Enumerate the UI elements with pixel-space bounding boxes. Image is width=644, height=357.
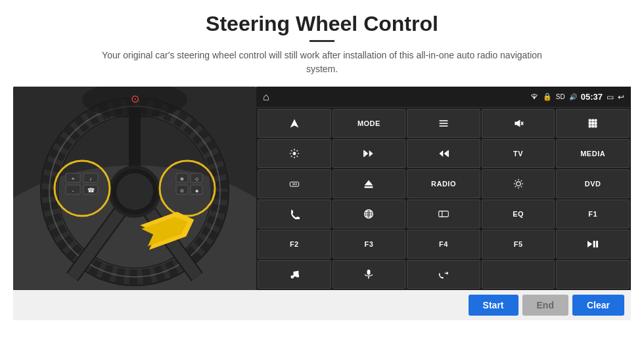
svg-rect-52 xyxy=(591,125,594,127)
svg-text:☎: ☎ xyxy=(87,187,95,194)
btn-radio[interactable]: RADIO xyxy=(407,169,480,198)
btn-empty1 xyxy=(482,260,555,289)
svg-rect-49 xyxy=(591,122,594,125)
svg-rect-51 xyxy=(589,125,591,127)
btn-brightness[interactable] xyxy=(482,169,555,198)
status-right: 🔒 SD 🔊 05:37 ▭ ↩ xyxy=(530,92,624,102)
time-display: 05:37 xyxy=(581,92,603,102)
svg-marker-58 xyxy=(444,150,448,157)
svg-rect-86 xyxy=(367,270,371,275)
svg-rect-40 xyxy=(440,123,448,124)
svg-line-72 xyxy=(520,180,521,181)
btn-empty2 xyxy=(556,260,630,289)
svg-point-37 xyxy=(534,98,535,100)
btn-eq[interactable]: EQ xyxy=(482,200,555,228)
btn-apps[interactable] xyxy=(556,109,630,138)
svg-rect-39 xyxy=(440,120,448,121)
steering-wheel-image: + - ♪ ☎ ⊕ ◇ ⊙ ◈ xyxy=(13,87,256,290)
svg-text:⊙: ⊙ xyxy=(180,188,184,193)
btn-prev[interactable] xyxy=(333,139,406,168)
svg-rect-50 xyxy=(595,122,597,125)
btn-media[interactable]: MEDIA xyxy=(556,139,630,168)
btn-music[interactable] xyxy=(258,260,331,289)
content-row: + - ♪ ☎ ⊕ ◇ ⊙ ◈ xyxy=(13,87,631,290)
btn-phone[interactable] xyxy=(258,200,331,228)
bt-icon: 🔊 xyxy=(569,93,577,100)
btn-mode[interactable]: MODE xyxy=(333,109,406,138)
btn-tv[interactable]: TV xyxy=(482,139,555,168)
svg-point-84 xyxy=(290,276,294,279)
btn-f4[interactable]: F4 xyxy=(407,230,480,259)
svg-text:+: + xyxy=(72,176,75,182)
svg-rect-83 xyxy=(596,241,598,247)
svg-point-14 xyxy=(116,173,153,210)
btn-dvd[interactable]: DVD xyxy=(556,169,630,198)
status-bar: ⌂ 🔒 SD 🔊 05:37 ▭ ↩ xyxy=(256,87,631,108)
svg-rect-47 xyxy=(595,119,597,122)
btn-next[interactable] xyxy=(407,139,480,168)
svg-text:⊕: ⊕ xyxy=(180,177,184,181)
end-button[interactable]: End xyxy=(522,295,568,316)
svg-rect-46 xyxy=(591,119,594,122)
btn-f1[interactable]: F1 xyxy=(556,200,630,228)
btn-settings[interactable] xyxy=(258,139,331,168)
sd-icon: SD xyxy=(556,93,565,100)
btn-navigate[interactable] xyxy=(258,109,331,138)
home-icon[interactable]: ⌂ xyxy=(263,91,269,103)
btn-f3[interactable]: F3 xyxy=(333,230,406,259)
back-icon: ↩ xyxy=(618,93,624,102)
btn-playpause[interactable] xyxy=(556,230,630,259)
btn-f2[interactable]: F2 xyxy=(258,230,331,259)
svg-rect-48 xyxy=(589,122,591,125)
start-button[interactable]: Start xyxy=(469,295,518,316)
svg-point-85 xyxy=(296,274,299,278)
title-divider xyxy=(310,40,334,42)
svg-text:♪: ♪ xyxy=(89,177,92,181)
lock-icon: 🔒 xyxy=(543,93,552,101)
bottom-row: Start End Clear xyxy=(13,290,631,320)
svg-point-54 xyxy=(292,152,296,156)
svg-line-70 xyxy=(515,180,515,181)
btn-globe[interactable] xyxy=(333,200,406,228)
svg-text:⊙: ⊙ xyxy=(131,93,139,104)
btn-phoneanswer[interactable] xyxy=(407,260,480,289)
btn-eject[interactable] xyxy=(333,169,406,198)
btn-360cam[interactable]: 360 xyxy=(258,169,331,198)
svg-marker-42 xyxy=(515,119,520,127)
btn-list[interactable] xyxy=(407,109,480,138)
btn-mic[interactable] xyxy=(333,260,406,289)
wifi-icon xyxy=(530,93,539,101)
btn-mute[interactable] xyxy=(482,109,555,138)
svg-marker-63 xyxy=(365,180,373,185)
svg-rect-41 xyxy=(440,125,448,127)
page-container: Steering Wheel Control Your original car… xyxy=(0,0,644,357)
svg-rect-53 xyxy=(595,125,597,127)
svg-line-71 xyxy=(520,186,521,187)
btn-f5[interactable]: F5 xyxy=(482,230,555,259)
svg-rect-57 xyxy=(363,150,364,157)
svg-marker-56 xyxy=(369,150,373,157)
button-grid: MODE xyxy=(256,108,631,290)
svg-rect-45 xyxy=(589,119,591,122)
svg-text:-: - xyxy=(72,188,74,194)
svg-rect-82 xyxy=(593,241,595,247)
svg-rect-79 xyxy=(439,211,449,217)
svg-rect-64 xyxy=(365,186,373,188)
control-panel: ⌂ 🔒 SD 🔊 05:37 ▭ ↩ xyxy=(256,87,631,290)
screen-icon: ▭ xyxy=(607,93,614,102)
svg-point-65 xyxy=(516,182,520,186)
svg-line-73 xyxy=(515,186,515,187)
btn-screen2[interactable] xyxy=(407,200,480,228)
svg-text:360: 360 xyxy=(292,182,297,186)
clear-button[interactable]: Clear xyxy=(572,295,624,316)
svg-marker-55 xyxy=(365,150,369,157)
svg-rect-60 xyxy=(448,150,449,157)
svg-marker-81 xyxy=(587,241,592,247)
svg-marker-59 xyxy=(439,150,443,157)
svg-marker-38 xyxy=(290,119,298,128)
page-subtitle: Your original car's steering wheel contr… xyxy=(92,49,552,76)
page-title: Steering Wheel Control xyxy=(206,12,438,36)
